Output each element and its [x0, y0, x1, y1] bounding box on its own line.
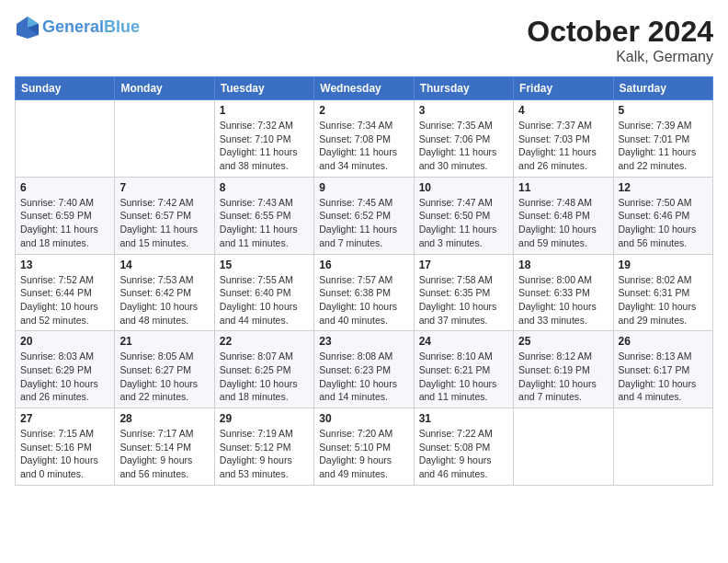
- title-block: October 2024 Kalk, Germany: [527, 15, 713, 65]
- day-info: Sunrise: 7:47 AM Sunset: 6:50 PM Dayligh…: [419, 196, 508, 250]
- calendar-cell: 13Sunrise: 7:52 AM Sunset: 6:44 PM Dayli…: [16, 254, 115, 331]
- calendar-cell: 15Sunrise: 7:55 AM Sunset: 6:40 PM Dayli…: [214, 254, 313, 331]
- calendar-header: SundayMondayTuesdayWednesdayThursdayFrid…: [16, 77, 713, 100]
- logo-general: General: [42, 17, 104, 36]
- weekday-header-sunday: Sunday: [16, 77, 115, 100]
- day-info: Sunrise: 8:10 AM Sunset: 6:21 PM Dayligh…: [419, 350, 508, 404]
- logo-icon: [15, 15, 40, 40]
- day-number: 15: [220, 259, 309, 271]
- calendar-cell: 14Sunrise: 7:53 AM Sunset: 6:42 PM Dayli…: [115, 254, 214, 331]
- calendar-week-3: 13Sunrise: 7:52 AM Sunset: 6:44 PM Dayli…: [16, 254, 713, 331]
- day-info: Sunrise: 8:00 AM Sunset: 6:33 PM Dayligh…: [518, 273, 608, 327]
- calendar-cell: 11Sunrise: 7:48 AM Sunset: 6:48 PM Dayli…: [514, 177, 613, 254]
- day-info: Sunrise: 7:57 AM Sunset: 6:38 PM Dayligh…: [319, 273, 408, 327]
- calendar-cell: [115, 100, 214, 178]
- calendar-cell: 12Sunrise: 7:50 AM Sunset: 6:46 PM Dayli…: [613, 177, 712, 254]
- day-info: Sunrise: 7:35 AM Sunset: 7:06 PM Dayligh…: [419, 119, 508, 173]
- day-info: Sunrise: 8:02 AM Sunset: 6:31 PM Dayligh…: [619, 273, 708, 327]
- day-number: 21: [119, 335, 209, 348]
- calendar-table: SundayMondayTuesdayWednesdayThursdayFrid…: [15, 76, 713, 486]
- day-info: Sunrise: 7:19 AM Sunset: 5:12 PM Dayligh…: [220, 427, 309, 481]
- calendar-body: 1Sunrise: 7:32 AM Sunset: 7:10 PM Daylig…: [16, 100, 713, 486]
- day-number: 22: [220, 335, 309, 348]
- calendar-week-4: 20Sunrise: 8:03 AM Sunset: 6:29 PM Dayli…: [16, 331, 713, 408]
- location: Kalk, Germany: [527, 49, 713, 65]
- day-info: Sunrise: 7:37 AM Sunset: 7:03 PM Dayligh…: [518, 119, 608, 173]
- calendar-cell: 21Sunrise: 8:05 AM Sunset: 6:27 PM Dayli…: [115, 331, 214, 408]
- weekday-header-wednesday: Wednesday: [314, 77, 414, 100]
- day-info: Sunrise: 7:50 AM Sunset: 6:46 PM Dayligh…: [619, 196, 708, 250]
- day-info: Sunrise: 7:52 AM Sunset: 6:44 PM Dayligh…: [20, 273, 109, 327]
- calendar-cell: 23Sunrise: 8:08 AM Sunset: 6:23 PM Dayli…: [314, 331, 414, 408]
- day-number: 3: [419, 104, 508, 117]
- calendar-cell: 30Sunrise: 7:20 AM Sunset: 5:10 PM Dayli…: [314, 408, 414, 486]
- day-number: 24: [419, 335, 508, 348]
- day-info: Sunrise: 7:17 AM Sunset: 5:14 PM Dayligh…: [119, 427, 209, 481]
- day-info: Sunrise: 7:55 AM Sunset: 6:40 PM Dayligh…: [220, 273, 309, 327]
- page-header: GeneralBlue October 2024 Kalk, Germany: [15, 15, 713, 65]
- calendar-cell: [514, 408, 613, 486]
- calendar-cell: 18Sunrise: 8:00 AM Sunset: 6:33 PM Dayli…: [514, 254, 613, 331]
- day-number: 9: [319, 181, 408, 194]
- calendar-week-2: 6Sunrise: 7:40 AM Sunset: 6:59 PM Daylig…: [16, 177, 713, 254]
- day-info: Sunrise: 7:43 AM Sunset: 6:55 PM Dayligh…: [220, 196, 309, 250]
- weekday-header-thursday: Thursday: [414, 77, 513, 100]
- weekday-header-friday: Friday: [514, 77, 613, 100]
- day-number: 19: [619, 259, 708, 271]
- day-info: Sunrise: 7:58 AM Sunset: 6:35 PM Dayligh…: [419, 273, 508, 327]
- calendar-cell: 8Sunrise: 7:43 AM Sunset: 6:55 PM Daylig…: [214, 177, 313, 254]
- day-number: 14: [119, 259, 209, 271]
- day-info: Sunrise: 7:34 AM Sunset: 7:08 PM Dayligh…: [319, 119, 408, 173]
- day-info: Sunrise: 7:40 AM Sunset: 6:59 PM Dayligh…: [20, 196, 109, 250]
- day-number: 29: [220, 412, 309, 425]
- calendar-cell: 31Sunrise: 7:22 AM Sunset: 5:08 PM Dayli…: [414, 408, 513, 486]
- weekday-header-saturday: Saturday: [613, 77, 712, 100]
- day-number: 31: [419, 412, 508, 425]
- day-number: 25: [518, 335, 608, 348]
- calendar-cell: 28Sunrise: 7:17 AM Sunset: 5:14 PM Dayli…: [115, 408, 214, 486]
- day-number: 2: [319, 104, 408, 117]
- day-number: 12: [619, 181, 708, 194]
- calendar-cell: 22Sunrise: 8:07 AM Sunset: 6:25 PM Dayli…: [214, 331, 313, 408]
- calendar-cell: 16Sunrise: 7:57 AM Sunset: 6:38 PM Dayli…: [314, 254, 414, 331]
- day-number: 28: [119, 412, 209, 425]
- calendar-cell: 26Sunrise: 8:13 AM Sunset: 6:17 PM Dayli…: [613, 331, 712, 408]
- calendar-cell: 19Sunrise: 8:02 AM Sunset: 6:31 PM Dayli…: [613, 254, 712, 331]
- logo-blue: Blue: [104, 17, 140, 36]
- day-info: Sunrise: 7:45 AM Sunset: 6:52 PM Dayligh…: [319, 196, 408, 250]
- calendar-week-1: 1Sunrise: 7:32 AM Sunset: 7:10 PM Daylig…: [16, 100, 713, 178]
- day-info: Sunrise: 7:20 AM Sunset: 5:10 PM Dayligh…: [319, 427, 408, 481]
- day-number: 1: [220, 104, 309, 117]
- day-info: Sunrise: 8:13 AM Sunset: 6:17 PM Dayligh…: [619, 350, 708, 404]
- day-number: 17: [419, 259, 508, 271]
- day-number: 8: [220, 181, 309, 194]
- calendar-cell: 10Sunrise: 7:47 AM Sunset: 6:50 PM Dayli…: [414, 177, 513, 254]
- day-number: 7: [119, 181, 209, 194]
- calendar-cell: 4Sunrise: 7:37 AM Sunset: 7:03 PM Daylig…: [514, 100, 613, 178]
- day-info: Sunrise: 7:32 AM Sunset: 7:10 PM Dayligh…: [220, 119, 309, 173]
- day-number: 11: [518, 181, 608, 194]
- day-info: Sunrise: 7:48 AM Sunset: 6:48 PM Dayligh…: [518, 196, 608, 250]
- day-number: 23: [319, 335, 408, 348]
- day-info: Sunrise: 8:12 AM Sunset: 6:19 PM Dayligh…: [518, 350, 608, 404]
- calendar-cell: 17Sunrise: 7:58 AM Sunset: 6:35 PM Dayli…: [414, 254, 513, 331]
- calendar-cell: 20Sunrise: 8:03 AM Sunset: 6:29 PM Dayli…: [16, 331, 115, 408]
- calendar-cell: [613, 408, 712, 486]
- day-info: Sunrise: 7:22 AM Sunset: 5:08 PM Dayligh…: [419, 427, 508, 481]
- day-number: 20: [20, 335, 109, 348]
- day-number: 27: [20, 412, 109, 425]
- calendar-cell: 1Sunrise: 7:32 AM Sunset: 7:10 PM Daylig…: [214, 100, 313, 178]
- day-info: Sunrise: 8:05 AM Sunset: 6:27 PM Dayligh…: [119, 350, 209, 404]
- calendar-cell: 6Sunrise: 7:40 AM Sunset: 6:59 PM Daylig…: [16, 177, 115, 254]
- weekday-row: SundayMondayTuesdayWednesdayThursdayFrid…: [16, 77, 713, 100]
- weekday-header-monday: Monday: [115, 77, 214, 100]
- calendar-cell: [16, 100, 115, 178]
- calendar-cell: 29Sunrise: 7:19 AM Sunset: 5:12 PM Dayli…: [214, 408, 313, 486]
- calendar-cell: 25Sunrise: 8:12 AM Sunset: 6:19 PM Dayli…: [514, 331, 613, 408]
- calendar-cell: 7Sunrise: 7:42 AM Sunset: 6:57 PM Daylig…: [115, 177, 214, 254]
- day-number: 16: [319, 259, 408, 271]
- calendar-cell: 3Sunrise: 7:35 AM Sunset: 7:06 PM Daylig…: [414, 100, 513, 178]
- day-info: Sunrise: 7:53 AM Sunset: 6:42 PM Dayligh…: [119, 273, 209, 327]
- weekday-header-tuesday: Tuesday: [214, 77, 313, 100]
- day-number: 10: [419, 181, 508, 194]
